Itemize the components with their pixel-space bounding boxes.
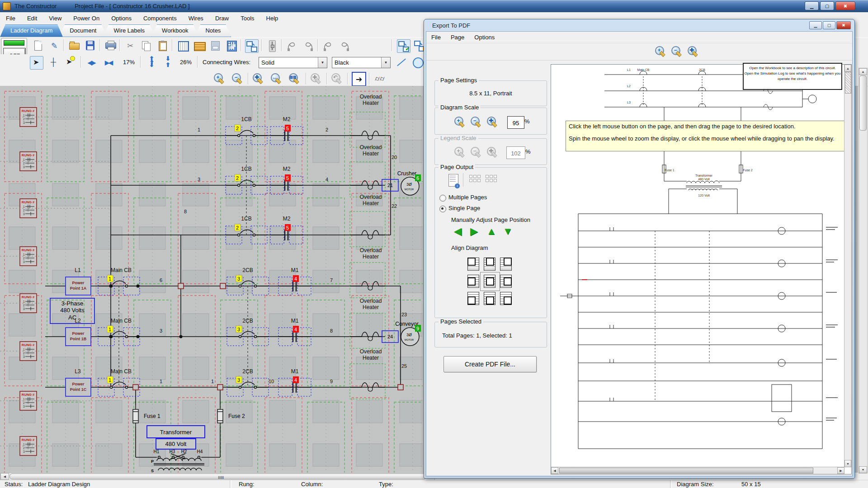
wire-loop-icon[interactable] [338, 39, 351, 52]
dialog-close-icon[interactable]: ✖ [836, 21, 851, 29]
move-up-icon[interactable]: ▲ [486, 225, 496, 237]
v-spacing-increase-icon[interactable]: ⬆⬇⬆ [146, 56, 158, 69]
connections-verify-icon[interactable]: ✔ [397, 39, 410, 53]
align-top-center[interactable] [483, 257, 496, 271]
snap-grid-icon[interactable]: ┼ [47, 56, 60, 69]
cut-icon[interactable]: ✂ [124, 39, 137, 52]
zoom-in-icon[interactable]: + [213, 73, 225, 84]
diagram-zoom-in-icon[interactable]: + [454, 116, 466, 128]
preview-zoom-fit-icon[interactable]: ✚ [687, 46, 699, 57]
menu-view[interactable]: View [43, 13, 67, 23]
canvas-v-scrollbar[interactable]: ▲ ▼ [859, 68, 868, 474]
save-icon[interactable] [84, 39, 97, 52]
scroll-up-icon[interactable]: ▲ [859, 68, 867, 75]
scroll-left-icon[interactable]: ◀ [0, 473, 9, 480]
tab-document[interactable]: Document [59, 24, 107, 37]
page-info-icon[interactable]: i [448, 174, 458, 187]
menu-tools[interactable]: Tools [235, 13, 260, 23]
zoom-width-icon[interactable]: ↔ [270, 73, 282, 84]
multiple-pages-radio[interactable] [439, 195, 446, 202]
v-scroll-thumb[interactable] [859, 75, 867, 131]
preview-v-scrollbar[interactable]: ▲ ▼ [844, 65, 851, 467]
align-bottom-left[interactable] [467, 291, 480, 305]
preview-scroll-right-icon[interactable]: ▶ [837, 467, 844, 474]
draw-line-icon[interactable] [394, 56, 407, 69]
pointer-tool-icon[interactable]: ➤ [30, 56, 43, 70]
menu-draw[interactable]: Draw [209, 13, 235, 23]
pdf-preview[interactable]: Fuse 1 Fuse 2 Transformer 480 Volt 120 V… [551, 64, 852, 474]
preview-scroll-down-icon[interactable]: ▼ [844, 460, 851, 467]
align-bottom-right[interactable] [499, 291, 513, 305]
wire-style-select[interactable]: Solid ▼ [259, 57, 327, 68]
diagram-scale-input[interactable] [507, 116, 524, 129]
dialog-maximize-icon[interactable]: ▢ [823, 21, 835, 29]
dialog-menu-file[interactable]: File [426, 34, 446, 41]
menu-options[interactable]: Options [105, 13, 137, 23]
diagram-zoom-fit-icon[interactable]: ✚ [486, 116, 498, 128]
goto-page-icon[interactable]: ➔ [352, 72, 366, 86]
spreadsheet-icon[interactable] [176, 39, 189, 52]
move-left-icon[interactable]: ◀ [454, 225, 462, 237]
paste-icon[interactable] [156, 39, 169, 52]
copy-icon[interactable] [140, 39, 153, 52]
dialog-minimize-icon[interactable]: ▁ [809, 21, 822, 29]
dropdown-arrow-icon[interactable]: ▼ [381, 57, 390, 68]
canvas-h-scrollbar[interactable]: ◀ ▮▮▮ [0, 473, 435, 480]
diagram-layout-icon[interactable] [245, 39, 259, 53]
zoom-out-icon[interactable]: − [231, 73, 243, 84]
print-icon[interactable] [104, 39, 117, 52]
menu-help[interactable]: Help [260, 13, 284, 23]
menu-edit[interactable]: Edit [21, 13, 43, 23]
preview-h-scrollbar[interactable]: ◀ ▶ [551, 467, 844, 474]
settings-sliders-icon[interactable] [225, 39, 238, 52]
zoom-fit-icon[interactable]: ✚ [252, 73, 264, 84]
align-middle-right[interactable] [499, 274, 513, 288]
tab-wire-labels[interactable]: Wire Labels [103, 24, 155, 37]
dialog-menu-page[interactable]: Page [446, 34, 469, 41]
align-middle-left[interactable] [467, 274, 480, 288]
preview-v-thumb[interactable] [845, 72, 851, 94]
calculator-icon[interactable] [209, 39, 222, 52]
minimize-icon[interactable]: ▁ [805, 1, 819, 10]
find-icon[interactable]: ⌭⌭ [373, 72, 386, 85]
dialog-menu-options[interactable]: Options [469, 34, 500, 41]
tab-notes[interactable]: Notes [195, 24, 231, 37]
vertical-slider-icon[interactable] [266, 39, 278, 52]
preview-scroll-left-icon[interactable]: ◀ [551, 467, 558, 474]
maximize-icon[interactable]: ▢ [820, 1, 834, 10]
align-middle-center[interactable] [483, 274, 496, 288]
align-bottom-center[interactable] [483, 291, 496, 305]
preview-h-thumb[interactable] [559, 468, 813, 474]
dialog-title-bar[interactable]: Export To PDF ▁ ▢ ✖ [424, 19, 854, 31]
h-scroll-thumb[interactable]: ▮▮▮ [9, 474, 426, 479]
open-file-icon[interactable] [68, 39, 80, 52]
menu-file[interactable]: File [0, 13, 21, 23]
power-point-boxes[interactable]: Power Point 1A Power Point 1B Power Poin… [66, 277, 91, 396]
tab-workbook[interactable]: Workbook [151, 24, 198, 37]
menu-wires[interactable]: Wires [183, 13, 209, 23]
move-right-icon[interactable]: ▶ [470, 225, 478, 237]
menu-power-on[interactable]: Power On [67, 13, 105, 23]
preview-scroll-up-icon[interactable]: ▲ [844, 65, 851, 72]
zoom-pages-icon[interactable]: ▥▥ [288, 73, 300, 84]
tab-ladder-diagram[interactable]: Ladder Diagram [0, 24, 63, 37]
h-spacing-increase-icon[interactable]: ▶◀ [102, 56, 118, 69]
scroll-down-icon[interactable]: ▼ [859, 466, 867, 473]
wire-loop-icon[interactable] [286, 39, 298, 52]
dropdown-arrow-icon[interactable]: ▼ [318, 57, 327, 68]
panel-layout-icon[interactable] [193, 39, 205, 52]
align-top-right[interactable] [499, 257, 513, 271]
edit-wizard-icon[interactable]: ✎ [48, 39, 61, 52]
diagram-zoom-out-icon[interactable]: − [470, 116, 482, 128]
single-page-radio[interactable] [439, 206, 446, 212]
h-spacing-decrease-icon[interactable]: ◀▶ [85, 56, 100, 69]
preview-zoom-out-icon[interactable]: − [671, 46, 683, 57]
wire-color-select[interactable]: Black ▼ [332, 57, 391, 68]
draw-circle-icon[interactable] [411, 56, 424, 69]
pointer-node-icon[interactable]: ➤ [63, 56, 76, 69]
close-icon[interactable]: ✖ [835, 1, 855, 10]
create-pdf-button[interactable]: Create PDF File... [443, 356, 537, 372]
menu-components[interactable]: Components [137, 13, 183, 23]
v-spacing-decrease-icon[interactable]: ⬇⬆ [162, 56, 175, 69]
wire-loop-icon[interactable] [322, 39, 335, 52]
